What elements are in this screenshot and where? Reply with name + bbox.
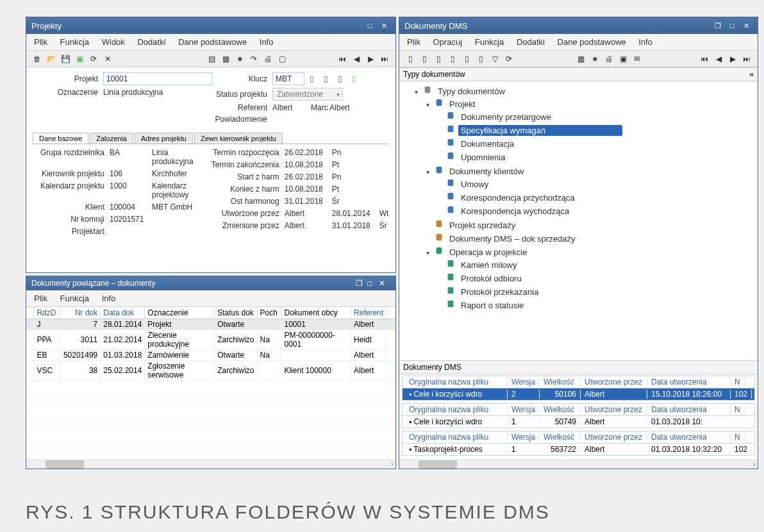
col-version[interactable]: Wersja	[508, 433, 540, 442]
lookup-icon-3[interactable]: ▯	[334, 73, 345, 85]
tb-editlock-icon[interactable]: ▯	[475, 53, 486, 65]
table-row[interactable]: VSC3825.02.2014Zgłoszenie serwisoweZarch…	[26, 361, 395, 381]
table-row[interactable]: PPA301121.02.2014Zlecenie produkcyjneZar…	[26, 330, 395, 350]
tb-star-icon[interactable]: ★	[234, 53, 245, 65]
col-datadok[interactable]: Data dok	[101, 307, 145, 319]
menu-plik[interactable]: Plik	[29, 35, 53, 49]
tb-print-icon[interactable]: 🖨	[262, 53, 274, 65]
menu-info[interactable]: Info	[254, 35, 279, 49]
col-createdate[interactable]: Data utworzenia	[647, 378, 731, 387]
tb-open-icon[interactable]: 📂	[46, 53, 57, 65]
tb-next-icon[interactable]: ▶	[365, 53, 376, 65]
tb-first-icon[interactable]: ⏮	[336, 53, 348, 65]
tab-dane-bazowe[interactable]: Dane bazowe	[33, 133, 88, 144]
tb-doc-icon[interactable]: ▯	[404, 53, 416, 65]
lookup-icon-2[interactable]: ▯	[320, 73, 331, 85]
col-nrdok[interactable]: Nr dok	[60, 307, 101, 319]
tree-leaf[interactable]: Korespondencja przychodząca	[458, 192, 577, 203]
tree-leaf[interactable]: Protokół odbioru	[458, 273, 524, 284]
tree-leaf[interactable]: Kamień milowy	[458, 260, 519, 270]
col-referent[interactable]: Referent	[351, 307, 386, 319]
tb-mail-icon[interactable]: ✉	[631, 53, 643, 65]
tree-leaf[interactable]: Raport o statusie	[458, 300, 526, 311]
tree-node[interactable]: Operacja w projekcie	[447, 247, 529, 258]
col-version[interactable]: Wersja	[508, 378, 540, 387]
select-status[interactable]: Zatwierdzone	[272, 88, 343, 101]
col-filename[interactable]: Oryginalna nazwa pliku	[405, 433, 508, 442]
tb-tree-icon[interactable]: ▣	[74, 53, 85, 65]
restore-icon[interactable]: ❐	[356, 279, 367, 288]
projects-titlebar[interactable]: Projekty □ ✕	[26, 17, 395, 34]
tb-sheet-icon[interactable]: ▤	[206, 53, 217, 65]
col-filename[interactable]: Oryginalna nazwa pliku	[405, 378, 508, 387]
close-icon[interactable]: ✕	[379, 279, 390, 288]
dms-tree[interactable]: ▾Typy dokumentów▾ProjektDokumenty przeta…	[399, 81, 758, 360]
col-size[interactable]: Wielkość	[540, 405, 581, 414]
tree-node[interactable]: Dokumenty klientów	[447, 166, 526, 177]
menu-funkcja[interactable]: Funkcja	[55, 292, 95, 305]
maximize-icon[interactable]: □	[363, 21, 376, 31]
menu-plik[interactable]: Plik	[402, 35, 426, 49]
tb-prev-icon[interactable]: ◀	[713, 53, 724, 65]
menu-funkcja[interactable]: Funkcja	[470, 35, 510, 49]
tb-refresh-icon[interactable]: ⟳	[503, 53, 515, 65]
col-n[interactable]: N	[731, 433, 745, 442]
col-createdby[interactable]: Utworzone przez	[581, 433, 647, 442]
tb-save-icon[interactable]: 💾	[60, 53, 71, 65]
tree-leaf[interactable]: Protokół przekazania	[458, 287, 541, 297]
maximize-icon[interactable]: □	[726, 21, 738, 31]
dms-doc-row[interactable]: ▪ Cele i korzyści wdro150749Albert01.03.…	[403, 416, 754, 428]
tree-leaf[interactable]: Umowy	[458, 179, 491, 190]
table-row[interactable]: EB5020149901.03.2018ZamówienieOtwarteNaA…	[26, 350, 395, 361]
tree-node[interactable]: Projekt	[447, 99, 478, 110]
tab-adres-projektu[interactable]: Adres projektu	[135, 133, 193, 144]
input-projekt[interactable]: 10001	[103, 72, 212, 85]
menu-dane-podstawowe[interactable]: Dane podstawowe	[173, 35, 252, 49]
tb-last-icon[interactable]: ⏭	[379, 53, 390, 65]
restore-icon[interactable]: ❐	[711, 21, 724, 31]
maximize-icon[interactable]: □	[367, 279, 379, 288]
tree-node[interactable]: Dokumenty DMS – dok sprzedaży	[447, 233, 578, 244]
tb-print-icon[interactable]: 🖨	[603, 53, 615, 65]
tb-calendar-icon[interactable]: ▦	[220, 53, 231, 65]
menu-plik[interactable]: Plik	[29, 292, 53, 305]
tb-attach-icon[interactable]: ▢	[276, 53, 288, 65]
dms-titlebar[interactable]: Dokumenty DMS ❐ □ ✕	[399, 17, 758, 34]
tb-camera-icon[interactable]: ▣	[617, 53, 629, 65]
tb-export-icon[interactable]: ↷	[248, 53, 260, 65]
col-createdby[interactable]: Utworzone przez	[581, 405, 647, 414]
linked-docs-grid[interactable]: RdzD Nr dok Data dok Oznaczenie Status d…	[26, 307, 395, 381]
tb-next-icon[interactable]: ▶	[727, 53, 738, 65]
dms-doc-row[interactable]: ▪ Taskoprojekt-proces1563722Albert01.03.…	[403, 444, 754, 455]
menu-dane-podstawowe[interactable]: Dane podstawowe	[552, 35, 631, 49]
tb-filter-icon[interactable]: ▽	[489, 53, 501, 65]
input-klucz[interactable]: MBT	[272, 72, 304, 85]
col-version[interactable]: Wersja	[508, 405, 540, 414]
close-icon[interactable]: ✕	[378, 21, 390, 31]
col-rdzd[interactable]: RdzD	[34, 307, 60, 319]
col-createdate[interactable]: Data utworzenia	[647, 405, 731, 414]
tb-lock-icon[interactable]: ▯	[461, 53, 472, 65]
col-size[interactable]: Wielkość	[540, 378, 581, 387]
dms-hscroll[interactable]	[399, 460, 758, 469]
table-row[interactable]: J728.01.2014ProjektOtwarte10001Albert	[26, 319, 395, 330]
lookup-icon-1[interactable]: ▯	[306, 73, 317, 85]
tb-refresh-icon[interactable]: ⟳	[88, 53, 99, 65]
tree-root[interactable]: Typy dokumentów	[435, 86, 508, 97]
tb-new-icon[interactable]: ▯	[419, 53, 430, 65]
col-createdate[interactable]: Data utworzenia	[647, 433, 731, 442]
menu-dodatki[interactable]: Dodatki	[511, 35, 550, 49]
tb-delete-icon[interactable]: ✕	[102, 53, 113, 65]
col-size[interactable]: Wielkość	[540, 433, 581, 442]
dms-doc-row[interactable]: ▪ Cele i korzyści wdro250106Albert15.10.…	[403, 388, 754, 400]
tree-node[interactable]: Projekt sprzedaży	[447, 220, 518, 231]
tb-in-icon[interactable]: ▯	[433, 53, 444, 65]
menu-funkcja[interactable]: Funkcja	[55, 35, 95, 49]
menu-opracuj[interactable]: Opracuj	[428, 35, 468, 49]
tb-calendar-icon[interactable]: ▦	[575, 53, 586, 65]
tree-leaf[interactable]: Specyfikacja wymagań	[458, 125, 622, 136]
col-poch[interactable]: Poch	[257, 307, 281, 319]
linked-docs-hscroll[interactable]	[26, 460, 395, 469]
tb-prev-icon[interactable]: ◀	[351, 53, 362, 65]
tb-first-icon[interactable]: ⏮	[699, 53, 710, 65]
